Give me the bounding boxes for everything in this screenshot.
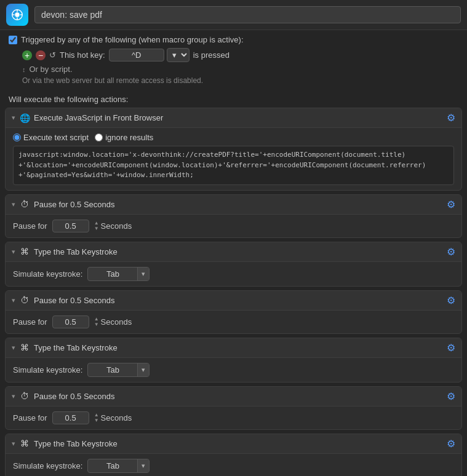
up-arrow-icon: ↕ — [22, 66, 26, 73]
seconds-up-4[interactable]: ▲ — [94, 316, 99, 322]
trigger-checkbox[interactable] — [9, 36, 17, 44]
or-via-server-label: Or via the web server but all remote acc… — [9, 76, 458, 85]
action-header-left-2: ▾ ⏱ Pause for 0.5 Seconds — [12, 199, 115, 210]
command-icon-3: ⌘ — [19, 246, 30, 257]
command-icon-5: ⌘ — [19, 342, 30, 353]
refresh-trigger-button[interactable]: ↺ — [49, 50, 56, 60]
js-icon: 🌐 — [19, 113, 30, 124]
action-title-6: Pause for 0.5 Seconds — [34, 392, 115, 401]
exec-ignore-results-option[interactable]: ignore results — [95, 133, 153, 142]
actions-container: ▾ 🌐 Execute JavaScript in Front Browser … — [0, 108, 467, 476]
keystroke-value-5: Tab — [88, 363, 137, 376]
chevron-icon-2[interactable]: ▾ — [12, 200, 15, 208]
seconds-up-6[interactable]: ▲ — [94, 412, 99, 418]
seconds-down-2[interactable]: ▼ — [94, 226, 99, 231]
will-execute-label: Will execute the following actions: — [0, 92, 467, 108]
pause-input-2[interactable] — [52, 220, 89, 232]
action-card-7: ▾ ⌘ Type the Tab Keystroke ⚙ Simulate ke… — [5, 434, 462, 477]
remove-trigger-button[interactable]: − — [36, 50, 46, 60]
or-by-script-label[interactable]: Or by script. — [30, 65, 73, 74]
macro-title-input[interactable] — [34, 6, 461, 23]
seconds-up-2[interactable]: ▲ — [94, 220, 99, 226]
gear-button-4[interactable]: ⚙ — [447, 295, 455, 306]
action-title-1: Execute JavaScript in Front Browser — [34, 113, 163, 122]
keystroke-row-5: Simulate keystroke: Tab ▾ — [13, 363, 454, 377]
gear-button-7[interactable]: ⚙ — [447, 438, 455, 450]
action-header-left-7: ▾ ⌘ Type the Tab Keystroke — [12, 438, 118, 449]
exec-text-script-option[interactable]: Execute text script — [13, 133, 89, 142]
pause-input-4[interactable] — [52, 315, 89, 328]
gear-button-5[interactable]: ⚙ — [447, 342, 455, 354]
action-card-3: ▾ ⌘ Type the Tab Keystroke ⚙ Simulate ke… — [5, 242, 462, 287]
action-header-3: ▾ ⌘ Type the Tab Keystroke ⚙ — [6, 242, 461, 262]
add-trigger-button[interactable]: + — [22, 50, 32, 60]
keystroke-label-5: Simulate keystroke: — [13, 365, 82, 375]
code-area-1[interactable]: javascript:window.location='x-devonthink… — [13, 146, 454, 185]
seconds-label-4: Seconds — [101, 317, 132, 327]
pause-row-6: Pause for ▲ ▼ Seconds — [13, 411, 454, 424]
hotkey-input[interactable] — [109, 49, 164, 61]
seconds-down-6[interactable]: ▼ — [94, 418, 99, 423]
pause-row-4: Pause for ▲ ▼ Seconds — [13, 315, 454, 328]
gear-button-3[interactable]: ⚙ — [447, 246, 455, 258]
action-body-5: Simulate keystroke: Tab ▾ — [6, 358, 461, 382]
action-title-2: Pause for 0.5 Seconds — [34, 200, 115, 209]
action-header-1: ▾ 🌐 Execute JavaScript in Front Browser … — [6, 108, 461, 128]
pause-label-2: Pause for — [13, 221, 47, 231]
action-card-6: ▾ ⏱ Pause for 0.5 Seconds ⚙ Pause for ▲ … — [5, 386, 462, 430]
exec-text-label: Execute text script — [23, 133, 89, 142]
header — [0, 0, 467, 30]
seconds-arrows-2[interactable]: ▲ ▼ — [94, 220, 99, 231]
hotkey-row: + − ↺ This hot key: ▾ is pressed — [9, 48, 458, 62]
seconds-stepper-4[interactable]: ▲ ▼ Seconds — [94, 316, 132, 327]
action-title-4: Pause for 0.5 Seconds — [34, 296, 115, 305]
chevron-icon-7[interactable]: ▾ — [12, 440, 15, 448]
exec-text-radio[interactable] — [13, 133, 21, 141]
action-header-left-1: ▾ 🌐 Execute JavaScript in Front Browser — [12, 113, 163, 124]
exec-options: Execute text script ignore results — [13, 133, 454, 142]
action-body-6: Pause for ▲ ▼ Seconds — [6, 407, 461, 429]
keystroke-dropdown-3[interactable]: ▾ — [137, 268, 149, 280]
action-header-4: ▾ ⏱ Pause for 0.5 Seconds ⚙ — [6, 291, 461, 311]
keystroke-label-3: Simulate keystroke: — [13, 269, 82, 279]
exec-ignore-label: ignore results — [105, 133, 153, 142]
keystroke-field-wrapper-5: Tab ▾ — [87, 363, 150, 377]
seconds-stepper-6[interactable]: ▲ ▼ Seconds — [94, 412, 132, 423]
keystroke-dropdown-5[interactable]: ▾ — [137, 363, 149, 376]
action-title-3: Type the Tab Keystroke — [34, 247, 118, 256]
gear-button-1[interactable]: ⚙ — [447, 112, 455, 124]
trigger-label: Triggered by any of the following (when … — [21, 35, 244, 44]
clock-icon-2: ⏱ — [19, 199, 30, 210]
hotkey-field-wrapper: ▾ — [109, 48, 190, 62]
chevron-icon-4[interactable]: ▾ — [12, 296, 15, 304]
seconds-label-2: Seconds — [101, 221, 132, 231]
script-row: ↕ Or by script. — [9, 65, 458, 74]
exec-ignore-radio[interactable] — [95, 133, 103, 141]
action-card-1: ▾ 🌐 Execute JavaScript in Front Browser … — [5, 108, 462, 191]
seconds-stepper-2[interactable]: ▲ ▼ Seconds — [94, 220, 132, 231]
seconds-down-4[interactable]: ▼ — [94, 322, 99, 327]
keystroke-value-7: Tab — [88, 459, 137, 472]
action-body-3: Simulate keystroke: Tab ▾ — [6, 262, 461, 286]
chevron-icon-5[interactable]: ▾ — [12, 344, 15, 352]
keystroke-label-7: Simulate keystroke: — [13, 461, 82, 470]
action-card-4: ▾ ⏱ Pause for 0.5 Seconds ⚙ Pause for ▲ … — [5, 290, 462, 334]
action-header-left-6: ▾ ⏱ Pause for 0.5 Seconds — [12, 391, 115, 402]
chevron-icon-1[interactable]: ▾ — [12, 114, 15, 122]
trigger-row: Triggered by any of the following (when … — [9, 35, 458, 44]
action-card-5: ▾ ⌘ Type the Tab Keystroke ⚙ Simulate ke… — [5, 338, 462, 383]
keystroke-dropdown-7[interactable]: ▾ — [137, 459, 149, 472]
chevron-icon-3[interactable]: ▾ — [12, 248, 15, 256]
chevron-icon-6[interactable]: ▾ — [12, 392, 15, 400]
keystroke-field-wrapper-7: Tab ▾ — [87, 459, 150, 473]
gear-button-2[interactable]: ⚙ — [447, 199, 455, 210]
keystroke-field-wrapper-3: Tab ▾ — [87, 267, 150, 281]
is-pressed-label: is pressed — [193, 50, 230, 60]
keystroke-row-3: Simulate keystroke: Tab ▾ — [13, 267, 454, 281]
seconds-arrows-6[interactable]: ▲ ▼ — [94, 412, 99, 423]
action-header-left-3: ▾ ⌘ Type the Tab Keystroke — [12, 246, 118, 257]
seconds-arrows-4[interactable]: ▲ ▼ — [94, 316, 99, 327]
pause-input-6[interactable] — [52, 411, 89, 424]
hotkey-dropdown[interactable]: ▾ — [167, 48, 190, 62]
gear-button-6[interactable]: ⚙ — [447, 391, 455, 402]
